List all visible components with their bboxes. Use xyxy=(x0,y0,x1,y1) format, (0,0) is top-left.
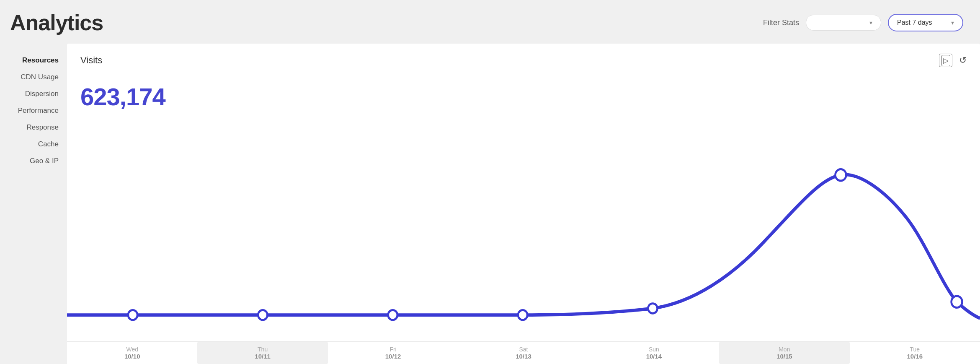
sidebar-item-performance[interactable]: Performance xyxy=(0,102,67,119)
x-label-tue: Tue 10/16 xyxy=(850,342,980,364)
sidebar: Resources CDN Usage Dispersion Performan… xyxy=(0,44,67,364)
datapoint-tue xyxy=(952,296,962,308)
page-title: Analytics xyxy=(10,10,103,35)
x-label-thu: Thu 10/11 xyxy=(197,342,328,364)
sidebar-item-response[interactable]: Response xyxy=(0,119,67,136)
chart-header: Visits ▷ ↺ xyxy=(67,44,980,74)
chevron-down-icon-2: ▾ xyxy=(951,19,954,26)
datapoint-mon xyxy=(836,169,846,181)
x-label-wed: Wed 10/10 xyxy=(67,342,197,364)
reload-icon: ↺ xyxy=(959,55,967,65)
datapoint-fri xyxy=(388,310,397,320)
page-header: Analytics Filter Stats ▾ Past 7 days ▾ xyxy=(0,0,980,44)
expand-button[interactable]: ▷ xyxy=(939,54,952,67)
main-layout: Resources CDN Usage Dispersion Performan… xyxy=(0,44,980,364)
time-range-dropdown[interactable]: Past 7 days ▾ xyxy=(888,14,963,31)
visits-total: 623,174 xyxy=(67,74,980,111)
x-label-sat: Sat 10/13 xyxy=(458,342,588,364)
header-controls: Filter Stats ▾ Past 7 days ▾ xyxy=(763,14,963,31)
sidebar-item-cache[interactable]: Cache xyxy=(0,136,67,153)
x-label-mon: Mon 10/15 xyxy=(719,342,849,364)
reload-button[interactable]: ↺ xyxy=(959,55,967,66)
sidebar-item-geo-ip[interactable]: Geo & IP xyxy=(0,153,67,169)
chart-actions: ▷ ↺ xyxy=(939,54,967,67)
sidebar-item-resources[interactable]: Resources xyxy=(0,52,67,69)
filter-stats-dropdown[interactable]: ▾ xyxy=(806,15,881,31)
sidebar-item-cdn-usage[interactable]: CDN Usage xyxy=(0,69,67,86)
chart-title: Visits xyxy=(80,55,102,66)
datapoint-wed xyxy=(128,310,137,320)
filter-stats-label: Filter Stats xyxy=(763,18,799,27)
x-label-sun: Sun 10/14 xyxy=(589,342,719,364)
visits-line-chart xyxy=(67,111,980,341)
expand-icon: ▷ xyxy=(941,55,950,66)
datapoint-thu xyxy=(258,310,267,320)
line-path xyxy=(67,174,980,318)
chart-area xyxy=(67,111,980,341)
chevron-down-icon: ▾ xyxy=(869,19,872,26)
sidebar-item-dispersion[interactable]: Dispersion xyxy=(0,86,67,102)
time-range-value: Past 7 days xyxy=(897,19,932,26)
datapoint-sat xyxy=(518,310,527,320)
datapoint-sun xyxy=(648,304,657,314)
x-label-fri: Fri 10/12 xyxy=(328,342,458,364)
x-axis: Wed 10/10 Thu 10/11 Fri 10/12 Sat 10/13 … xyxy=(67,341,980,364)
main-content: Visits ▷ ↺ 623,174 xyxy=(67,44,980,364)
